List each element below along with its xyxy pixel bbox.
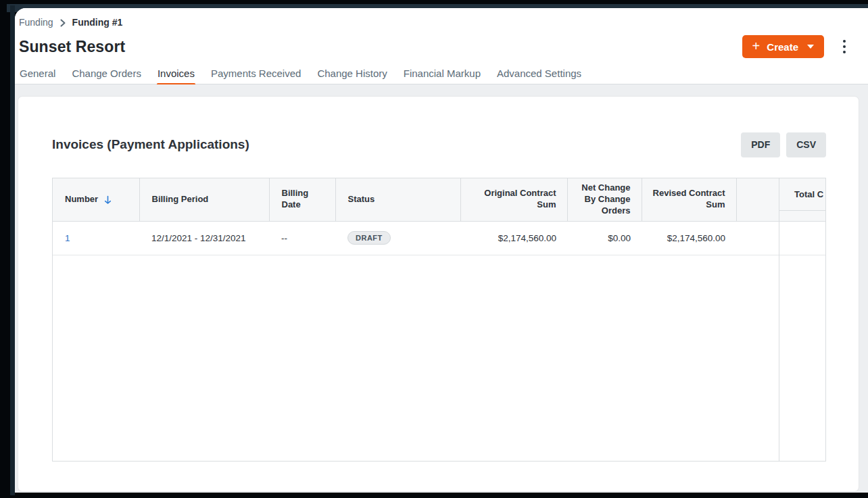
- more-options-kebab-icon[interactable]: [840, 37, 849, 56]
- pdf-export-button[interactable]: PDF: [741, 132, 780, 157]
- plus-icon: +: [752, 39, 761, 53]
- column-header-net-change[interactable]: Net Change By Change Orders: [567, 178, 642, 221]
- title-row: Sunset Resort + Create: [19, 39, 868, 55]
- billing-period-cell: 12/1/2021 - 12/31/2021: [139, 221, 269, 255]
- invoices-panel: Invoices (Payment Applications) PDF CSV: [18, 97, 859, 491]
- breadcrumb-current: Funding #1: [72, 17, 123, 28]
- sort-descending-icon: [103, 195, 112, 205]
- column-header-revised-contract-sum[interactable]: Revised Contract Sum: [642, 178, 736, 221]
- status-badge: DRAFT: [347, 231, 391, 245]
- invoices-table: Number Billing Period Billing Date Statu…: [52, 178, 826, 462]
- chevron-right-icon: [59, 19, 66, 27]
- billing-date-cell: --: [269, 221, 335, 255]
- original-contract-sum-cell: $2,174,560.00: [460, 221, 567, 255]
- content-area: Invoices (Payment Applications) PDF CSV: [15, 84, 868, 493]
- export-buttons: PDF CSV: [741, 132, 826, 157]
- net-change-cell: $0.00: [567, 221, 642, 255]
- revised-contract-sum-cell: $2,174,560.00: [642, 221, 736, 255]
- column-header-billing-date[interactable]: Billing Date: [269, 178, 335, 221]
- table-header-row: Number Billing Period Billing Date Statu…: [53, 178, 825, 221]
- page-title: Sunset Resort: [19, 39, 868, 55]
- page-header: Funding Funding #1 Sunset Resort + Creat…: [15, 8, 868, 84]
- breadcrumb: Funding Funding #1: [19, 16, 868, 28]
- invoice-number-link[interactable]: 1: [65, 233, 70, 243]
- window-frame-left: [10, 5, 15, 495]
- header-actions: + Create: [742, 35, 849, 58]
- panel-header: Invoices (Payment Applications) PDF CSV: [52, 132, 826, 157]
- column-header-original-contract-sum[interactable]: Original Contract Sum: [460, 178, 567, 221]
- column-header-status[interactable]: Status: [335, 178, 460, 221]
- create-button[interactable]: + Create: [742, 35, 824, 58]
- column-header-number[interactable]: Number: [53, 178, 139, 221]
- table-row: 1 12/1/2021 - 12/31/2021 -- DRAFT $2,174…: [53, 221, 825, 255]
- breadcrumb-link-funding[interactable]: Funding: [19, 17, 53, 28]
- status-cell: DRAFT: [335, 221, 460, 255]
- total-completed-cell: [736, 221, 825, 255]
- column-header-billing-period[interactable]: Billing Period: [139, 178, 269, 221]
- app-window: Funding Funding #1 Sunset Resort + Creat…: [15, 8, 868, 493]
- column-header-filler: [736, 178, 825, 221]
- screen: Funding Funding #1 Sunset Resort + Creat…: [0, 0, 868, 498]
- csv-export-button[interactable]: CSV: [786, 132, 826, 157]
- create-button-label: Create: [767, 41, 798, 53]
- chevron-down-icon: [807, 45, 814, 49]
- panel-title: Invoices (Payment Applications): [52, 137, 249, 152]
